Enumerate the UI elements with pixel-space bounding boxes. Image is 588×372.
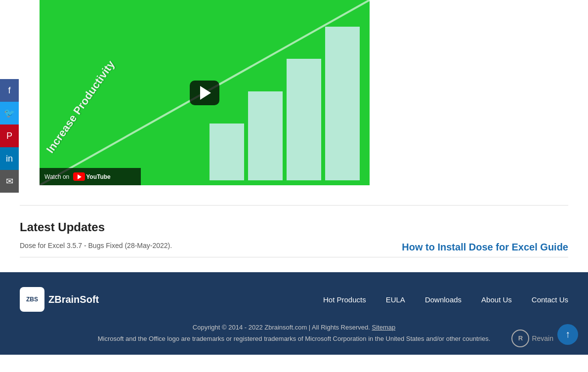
guide-link[interactable]: How to Install Dose for Excel Guide <box>402 242 568 253</box>
watch-label: Watch on <box>44 173 69 180</box>
scroll-up-icon: ↑ <box>565 329 570 340</box>
logo-initials: ZBS <box>26 296 38 303</box>
latest-updates-title: Latest Updates <box>20 220 568 234</box>
copyright-line1: Copyright © 2014 - 2022 Zbrainsoft.com |… <box>193 324 370 331</box>
latest-updates-section: Latest Updates Dose for Excel 3.5.7 - Bu… <box>0 220 588 257</box>
facebook-icon: f <box>8 85 10 96</box>
social-sidebar: f 🐦 P in ✉ <box>0 79 19 193</box>
chart-bar-1 <box>210 124 244 180</box>
pinterest-share-button[interactable]: P <box>0 124 19 147</box>
email-icon: ✉ <box>6 176 13 187</box>
footer-copyright: Copyright © 2014 - 2022 Zbrainsoft.com |… <box>20 322 568 345</box>
sitemap-link[interactable]: Sitemap <box>372 324 396 331</box>
footer-nav-eula[interactable]: EULA <box>386 295 405 304</box>
footer-nav: Hot Products EULA Downloads About Us Con… <box>323 295 568 304</box>
twitter-share-button[interactable]: 🐦 <box>0 102 19 124</box>
youtube-logo: YouTube <box>73 172 111 181</box>
scroll-to-top-button[interactable]: ↑ <box>557 324 578 345</box>
revain-circle-icon: R <box>511 330 529 347</box>
youtube-icon <box>73 172 85 181</box>
section-separator <box>20 205 568 206</box>
linkedin-share-button[interactable]: in <box>0 147 19 170</box>
updates-row: Dose for Excel 3.5.7 - Bugs Fixed (28-Ma… <box>20 242 568 257</box>
footer-top: ZBS ZBrainSoft Hot Products EULA Downloa… <box>20 287 568 312</box>
chart-bar-3 <box>287 59 321 180</box>
twitter-icon: 🐦 <box>4 108 15 119</box>
video-container: Increase Productivity Watch on YouTube <box>40 0 370 185</box>
play-triangle-icon <box>200 86 211 100</box>
youtube-label: YouTube <box>86 173 111 180</box>
revain-text: Revain <box>532 334 553 342</box>
footer-nav-hot-products[interactable]: Hot Products <box>323 295 366 304</box>
revain-badge: R Revain <box>511 330 553 347</box>
copyright-line2: Microsoft and the Office logo are tradem… <box>98 335 491 342</box>
footer-nav-about-us[interactable]: About Us <box>481 295 512 304</box>
chart-bar-4 <box>325 27 360 180</box>
footer: ZBS ZBrainSoft Hot Products EULA Downloa… <box>0 272 588 355</box>
video-background: Increase Productivity Watch on YouTube <box>40 0 370 185</box>
email-share-button[interactable]: ✉ <box>0 170 19 193</box>
play-button[interactable] <box>190 81 219 105</box>
footer-logo: ZBS ZBrainSoft <box>20 287 99 312</box>
logo-text: ZBrainSoft <box>48 294 99 305</box>
logo-icon: ZBS <box>20 287 44 312</box>
linkedin-icon: in <box>6 154 13 164</box>
pinterest-icon: P <box>6 131 12 141</box>
facebook-share-button[interactable]: f <box>0 79 19 102</box>
chart-bar-2 <box>248 91 283 180</box>
youtube-play-icon <box>78 174 82 179</box>
footer-nav-contact-us[interactable]: Contact Us <box>532 295 568 304</box>
watch-on-youtube-bar[interactable]: Watch on YouTube <box>40 168 141 185</box>
footer-nav-downloads[interactable]: Downloads <box>425 295 462 304</box>
bar-chart <box>138 19 370 186</box>
